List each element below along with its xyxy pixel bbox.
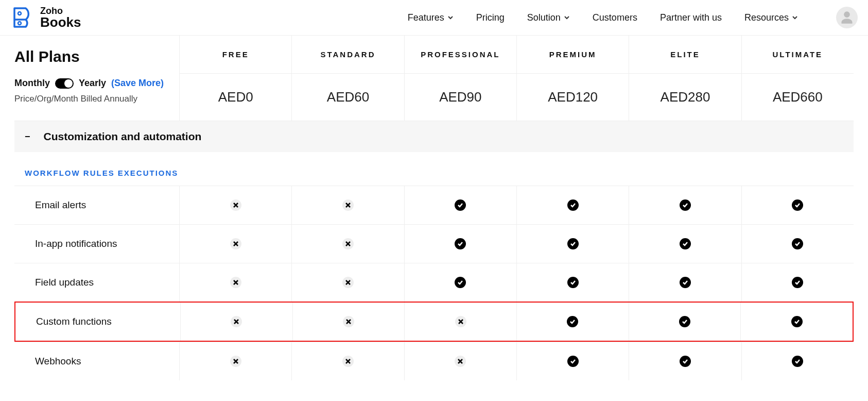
feature-row: In-app notifications xyxy=(14,224,854,263)
chevron-down-icon xyxy=(564,14,570,21)
nav-customers-label: Customers xyxy=(593,12,637,23)
check-icon xyxy=(567,238,579,249)
nav-resources-label: Resources xyxy=(744,12,789,23)
svg-point-1 xyxy=(18,22,21,25)
x-icon xyxy=(343,316,354,327)
x-icon xyxy=(342,238,354,249)
books-logo-icon xyxy=(10,5,35,30)
x-icon xyxy=(231,316,242,327)
period-row: Monthly Yearly (Save More) xyxy=(14,78,179,89)
logo-line2: Books xyxy=(40,15,81,29)
x-icon xyxy=(455,316,466,327)
feature-cell xyxy=(740,303,853,341)
monthly-label: Monthly xyxy=(14,78,50,89)
check-icon xyxy=(792,199,803,211)
nav-partner[interactable]: Partner with us xyxy=(660,12,722,23)
nav-features-label: Features xyxy=(408,12,444,23)
nav-resources[interactable]: Resources xyxy=(744,12,798,23)
feature-label: Webhooks xyxy=(14,356,179,367)
feature-row: Email alerts xyxy=(14,186,854,224)
svg-point-0 xyxy=(18,12,21,15)
check-icon xyxy=(679,316,690,327)
check-icon xyxy=(680,356,691,367)
feature-cell xyxy=(291,263,404,302)
topbar: Zoho Books Features Pricing Solution Cus… xyxy=(0,0,868,36)
check-icon xyxy=(455,238,466,249)
feature-cell xyxy=(179,225,291,263)
feature-cell xyxy=(516,186,629,224)
plan-col-elite: ELITE AED280 xyxy=(629,36,741,121)
feature-cell xyxy=(179,342,291,380)
check-icon xyxy=(567,316,578,327)
feature-cell xyxy=(516,225,629,263)
feature-cell xyxy=(741,225,854,263)
check-icon xyxy=(792,356,803,367)
x-icon xyxy=(455,356,466,367)
plan-col-premium: PREMIUM AED120 xyxy=(516,36,629,121)
check-icon xyxy=(792,277,803,288)
save-more-link[interactable]: (Save More) xyxy=(111,78,164,89)
plan-col-standard: STANDARD AED60 xyxy=(291,36,404,121)
check-icon xyxy=(680,277,691,288)
plan-price: AED120 xyxy=(517,74,629,121)
check-icon xyxy=(680,199,691,211)
chevron-down-icon xyxy=(792,14,798,21)
logo-text: Zoho Books xyxy=(40,6,81,29)
feature-cell xyxy=(404,303,516,341)
check-icon xyxy=(792,238,803,249)
logo[interactable]: Zoho Books xyxy=(10,5,81,30)
feature-cell xyxy=(291,186,404,224)
feature-label: Email alerts xyxy=(14,199,179,211)
feature-cell xyxy=(629,263,741,302)
plan-header-left: All Plans Monthly Yearly (Save More) Pri… xyxy=(14,36,179,121)
x-icon xyxy=(230,277,241,288)
yearly-label: Yearly xyxy=(79,78,106,89)
feature-cell xyxy=(180,303,292,341)
feature-cell xyxy=(629,186,741,224)
feature-cell xyxy=(179,186,291,224)
plan-header: All Plans Monthly Yearly (Save More) Pri… xyxy=(14,36,854,121)
plan-name: FREE xyxy=(180,36,291,74)
feature-cell xyxy=(404,186,516,224)
plan-col-ultimate: ULTIMATE AED660 xyxy=(741,36,854,121)
nav-partner-label: Partner with us xyxy=(660,12,722,23)
plan-name: ULTIMATE xyxy=(742,36,854,74)
feature-cell xyxy=(516,342,629,380)
plan-col-professional: PROFESSIONAL AED90 xyxy=(404,36,516,121)
feature-cell xyxy=(741,342,854,380)
user-icon xyxy=(840,10,854,25)
check-icon xyxy=(567,277,579,288)
nav: Features Pricing Solution Customers Part… xyxy=(408,7,858,28)
subsection-workflow: WORKFLOW RULES EXECUTIONS xyxy=(14,152,854,186)
nav-solution[interactable]: Solution xyxy=(527,12,570,23)
billing-toggle[interactable] xyxy=(55,78,74,89)
page-title: All Plans xyxy=(14,48,179,65)
nav-features[interactable]: Features xyxy=(408,12,454,23)
check-icon xyxy=(455,199,466,211)
feature-cell xyxy=(292,303,405,341)
content: All Plans Monthly Yearly (Save More) Pri… xyxy=(0,36,868,401)
avatar[interactable] xyxy=(836,7,858,28)
nav-customers[interactable]: Customers xyxy=(593,12,637,23)
plan-price: AED660 xyxy=(742,74,854,121)
section-label: Customization and automation xyxy=(44,130,202,143)
feature-cell xyxy=(404,263,516,302)
feature-row: Custom functions xyxy=(14,302,854,342)
plan-name: PROFESSIONAL xyxy=(405,36,516,74)
nav-pricing[interactable]: Pricing xyxy=(476,12,505,23)
plan-price: AED60 xyxy=(292,74,404,121)
feature-cell xyxy=(404,225,516,263)
plan-col-free: FREE AED0 xyxy=(179,36,291,121)
x-icon xyxy=(342,277,354,288)
feature-cell xyxy=(741,263,854,302)
feature-label: In-app notifications xyxy=(14,238,179,249)
plan-name: ELITE xyxy=(629,36,741,74)
feature-cell xyxy=(516,263,629,302)
feature-cell xyxy=(404,342,516,380)
feature-cell xyxy=(516,303,629,341)
feature-label: Custom functions xyxy=(15,316,180,327)
collapse-icon: − xyxy=(25,131,30,142)
chevron-down-icon xyxy=(447,14,454,21)
feature-cell xyxy=(629,225,741,263)
section-customization[interactable]: − Customization and automation xyxy=(14,121,854,152)
